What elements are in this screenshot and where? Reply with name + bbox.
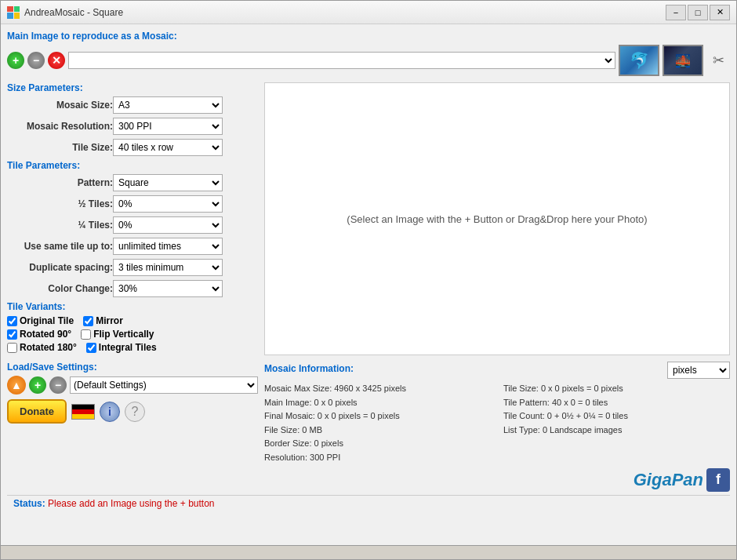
mosaic-resolution-select[interactable]: 300 PPI 150 PPI72 PPI xyxy=(113,118,223,135)
mosaic-resolution-label: Mosaic Resolution: xyxy=(7,121,113,132)
save-button[interactable]: + xyxy=(29,376,46,394)
clear-image-button[interactable]: ✕ xyxy=(48,52,65,69)
main-image-section: Main Image to reproduce as a Mosaic: + −… xyxy=(7,31,730,79)
final-mosaic-info: Final Mosaic: 0 x 0 pixels = 0 pixels xyxy=(264,409,491,424)
app-icon xyxy=(7,6,20,19)
dup-spacing-row: Duplicate spacing: 3 tiles minimum 1 til… xyxy=(7,259,258,276)
facebook-icon[interactable]: f xyxy=(706,468,730,492)
pattern-row: Pattern: Square HexagonalTriangle xyxy=(7,174,258,191)
half-tiles-label: ½ Tiles: xyxy=(7,198,113,209)
rotated-180-label: Rotated 180° xyxy=(20,342,77,353)
fb-letter: f xyxy=(716,471,721,488)
bottom-icons: Donate i ? xyxy=(7,399,258,424)
bottom-section: Load/Save Settings: ▲ + − (Default Setti… xyxy=(7,362,730,492)
tile-size-label: Tile Size: xyxy=(7,142,113,153)
integral-tiles-checkbox[interactable] xyxy=(86,343,96,353)
size-params-title: Size Parameters: xyxy=(7,82,258,93)
tile-size-select[interactable]: 40 tiles x row 20 tiles x row60 tiles x … xyxy=(113,139,223,156)
max-size-info: Mosaic Max Size: 4960 x 3425 pixels xyxy=(264,382,491,396)
status-title: Status: xyxy=(13,498,45,509)
tile-count-info: Tile Count: 0 + 0½ + 0¼ = 0 tiles xyxy=(503,409,730,424)
status-message: Please add an Image using the + button xyxy=(48,498,215,509)
flip-vertically-checkbox-label[interactable]: Flip Vertically xyxy=(81,329,154,340)
original-tile-checkbox-label[interactable]: Original Tile xyxy=(7,315,74,326)
pattern-label: Pattern: xyxy=(7,177,113,188)
rotated-180-checkbox[interactable] xyxy=(7,343,17,353)
flip-vertically-checkbox[interactable] xyxy=(81,329,91,340)
mosaic-info-section: Mosaic Information: pixels cminches Mosa… xyxy=(264,362,730,492)
rotated-90-checkbox[interactable] xyxy=(7,329,17,340)
info-icon[interactable]: i xyxy=(100,402,120,422)
add-image-button[interactable]: + xyxy=(7,52,24,69)
dup-spacing-select[interactable]: 3 tiles minimum 1 tile minimum5 tiles mi… xyxy=(113,259,223,276)
minimize-button[interactable]: − xyxy=(666,5,686,20)
mosaic-size-select[interactable]: A3 A4A2A1 xyxy=(113,96,223,114)
close-button[interactable]: ✕ xyxy=(710,5,730,20)
thumbnail-area: ✂ xyxy=(619,45,730,76)
main-image-row: + − ✕ ✂ xyxy=(7,45,730,76)
thumbnail-dolphin[interactable] xyxy=(619,45,659,76)
color-change-select[interactable]: 30% 0%10%50% xyxy=(113,280,223,297)
quarter-tiles-select[interactable]: 0% 25%50%100% xyxy=(113,216,223,234)
tile-variants-row3: Rotated 180° Integral Tiles xyxy=(7,342,258,353)
same-tile-select[interactable]: unlimited times 1 time2 times5 times xyxy=(113,238,223,255)
left-panel: Size Parameters: Mosaic Size: A3 A4A2A1 … xyxy=(7,82,258,355)
pattern-select[interactable]: Square HexagonalTriangle xyxy=(113,174,223,191)
main-window: AndreaMosaic - Square − □ ✕ Main Image t… xyxy=(0,0,737,560)
load-save-controls: ▲ + − (Default Settings) xyxy=(7,376,258,395)
bottom-status-strip xyxy=(1,545,736,559)
tile-size-row: Tile Size: 40 tiles x row 20 tiles x row… xyxy=(7,139,258,156)
tile-variants-row1: Original Tile Mirror xyxy=(7,315,258,326)
original-tile-checkbox[interactable] xyxy=(7,316,17,326)
rotated-90-checkbox-label[interactable]: Rotated 90° xyxy=(7,329,71,340)
tile-pattern-info: Tile Pattern: 40 x 0 = 0 tiles xyxy=(503,396,730,410)
help-icon[interactable]: ? xyxy=(125,402,145,422)
mosaic-info-title: Mosaic Information: xyxy=(264,363,354,374)
window-title: AndreaMosaic - Square xyxy=(24,7,666,18)
mirror-checkbox-label[interactable]: Mirror xyxy=(83,315,123,326)
tile-variants-row2: Rotated 90° Flip Vertically xyxy=(7,329,258,340)
donate-button[interactable]: Donate xyxy=(7,399,67,424)
mirror-checkbox[interactable] xyxy=(83,316,93,326)
color-change-row: Color Change: 30% 0%10%50% xyxy=(7,280,258,297)
german-flag-icon xyxy=(71,404,95,420)
main-image-title: Main Image to reproduce as a Mosaic: xyxy=(7,31,730,42)
tile-variants-section: Tile Variants: Original Tile Mirror xyxy=(7,301,258,353)
mirror-label: Mirror xyxy=(96,315,123,326)
drop-text: (Select an Image with the + Button or Dr… xyxy=(347,213,647,225)
original-tile-label: Original Tile xyxy=(20,315,74,326)
content-area: Main Image to reproduce as a Mosaic: + −… xyxy=(1,24,736,545)
main-image-info: Main Image: 0 x 0 pixels xyxy=(264,396,491,410)
drop-zone[interactable]: (Select an Image with the + Button or Dr… xyxy=(264,82,730,355)
units-select[interactable]: pixels cminches xyxy=(667,362,730,379)
load-save-title: Load/Save Settings: xyxy=(7,362,258,373)
mosaic-size-row: Mosaic Size: A3 A4A2A1 xyxy=(7,96,258,114)
border-size-info: Border Size: 0 pixels xyxy=(264,437,491,451)
mosaic-size-label: Mosaic Size: xyxy=(7,100,113,111)
two-col-layout: Size Parameters: Mosaic Size: A3 A4A2A1 … xyxy=(7,82,730,355)
same-tile-row: Use same tile up to: unlimited times 1 t… xyxy=(7,238,258,255)
integral-tiles-checkbox-label[interactable]: Integral Tiles xyxy=(86,342,157,353)
integral-tiles-label: Integral Tiles xyxy=(99,342,157,353)
same-tile-label: Use same tile up to: xyxy=(7,241,113,252)
mosaic-resolution-row: Mosaic Resolution: 300 PPI 150 PPI72 PPI xyxy=(7,118,258,135)
tools-icon[interactable]: ✂ xyxy=(706,49,730,72)
maximize-button[interactable]: □ xyxy=(688,5,708,20)
resolution-info: Resolution: 300 PPI xyxy=(264,451,491,465)
rotated-180-checkbox-label[interactable]: Rotated 180° xyxy=(7,342,77,353)
remove-image-button[interactable]: − xyxy=(27,52,45,69)
half-tiles-row: ½ Tiles: 0% 25%50%100% xyxy=(7,195,258,213)
tile-variants-title: Tile Variants: xyxy=(7,301,258,312)
image-dropdown[interactable] xyxy=(68,52,615,69)
color-change-label: Color Change: xyxy=(7,283,113,294)
delete-settings-button[interactable]: − xyxy=(49,376,67,394)
flip-vertically-label: Flip Vertically xyxy=(93,329,154,340)
half-tiles-select[interactable]: 0% 25%50%100% xyxy=(113,195,223,213)
status-bar: Status: Please add an Image using the + … xyxy=(7,495,730,511)
settings-dropdown[interactable]: (Default Settings) xyxy=(70,376,258,394)
info-grid: Mosaic Max Size: 4960 x 3425 pixels Main… xyxy=(264,382,730,465)
load-button[interactable]: ▲ xyxy=(7,376,26,395)
tile-size-info: Tile Size: 0 x 0 pixels = 0 pixels xyxy=(503,382,730,396)
thumbnail-starry[interactable] xyxy=(663,45,703,76)
rotated-90-label: Rotated 90° xyxy=(20,329,71,340)
